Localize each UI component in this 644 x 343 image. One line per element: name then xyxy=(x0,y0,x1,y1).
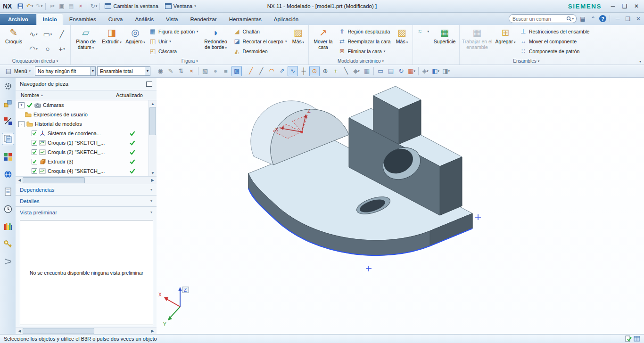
move-face-button[interactable]: ↗Mover la cara xyxy=(310,25,336,57)
add-component-button[interactable]: ⊞Agregar ▾ xyxy=(494,25,517,57)
ribbon-options-icon[interactable]: ▾ xyxy=(639,59,641,64)
unite-button[interactable]: ◫Unir▾ xyxy=(147,37,200,46)
chamfer-button[interactable]: ◢Chaflán xyxy=(231,27,289,36)
restore-button[interactable]: ❑ xyxy=(619,2,630,10)
shell-button[interactable]: ◰Cáscara xyxy=(147,47,200,56)
process-studio-icon[interactable] xyxy=(2,204,14,215)
graphics-viewport[interactable]: X Z Z X Y xyxy=(157,78,644,335)
snap-intersection-icon[interactable]: + xyxy=(331,66,340,76)
refresh-view-icon[interactable]: ↻ xyxy=(396,66,406,76)
undock-panel-icon[interactable] xyxy=(146,82,152,87)
sketch-button[interactable]: ✎Croquis xyxy=(1,25,26,57)
section-detalles[interactable]: Detalles ▾ xyxy=(16,196,157,207)
minimize-ribbon-icon[interactable]: ⌃ xyxy=(589,15,597,23)
datum-plane-button[interactable]: ▱Plano de datum ▾ xyxy=(72,25,99,57)
node-expresiones[interactable]: Expresiones de usuario xyxy=(16,110,149,119)
more-feature-button[interactable]: ▨Más ▾ xyxy=(289,25,307,57)
alert-ok-icon[interactable] xyxy=(625,335,632,342)
view-tools-icon[interactable]: ◨▾ xyxy=(441,66,451,76)
command-search-input[interactable] xyxy=(512,16,566,22)
web-browser-icon[interactable] xyxy=(2,169,14,180)
snap-midpoint-icon[interactable]: ╱ xyxy=(256,66,266,76)
model-canvas[interactable]: X Z Z X Y xyxy=(157,78,644,335)
undo-button[interactable]: ↶▾ xyxy=(25,2,34,10)
scroll-up-icon[interactable]: ▲ xyxy=(151,100,155,107)
pattern-feature-button[interactable]: ▦Figura de patrón▾ xyxy=(147,27,200,36)
doc-close-button[interactable]: ✕ xyxy=(634,15,643,23)
command-finder[interactable]: ▾ xyxy=(509,14,577,23)
snap-arc-icon[interactable]: ◠ xyxy=(267,66,276,76)
annotate-icon[interactable]: ✎ xyxy=(166,66,175,76)
tree-expander-icon[interactable]: + xyxy=(18,102,25,108)
switch-window-button[interactable]: Cambiar la ventana xyxy=(101,1,161,11)
point-icon[interactable]: +▾ xyxy=(55,41,69,56)
node-croquis-1[interactable]: Croquis (1) "SKETCH_... xyxy=(16,138,149,147)
extrude-button[interactable]: ◨Extrudir ▾ xyxy=(100,25,124,57)
scroll-down-icon[interactable]: ▼ xyxy=(151,170,155,176)
node-csys[interactable]: Sistema de coordena... xyxy=(16,129,149,138)
tab-herramientas[interactable]: Herramientas xyxy=(223,14,268,25)
tree-horizontal-scrollbar[interactable]: ◀ ▶ xyxy=(16,176,157,184)
doc-restore-button[interactable]: ❑ xyxy=(624,15,632,23)
help-icon[interactable]: ? xyxy=(599,15,606,22)
section-dependencias[interactable]: Dependencias ▾ xyxy=(16,184,157,196)
manufacturing-wizard-icon[interactable] xyxy=(2,221,14,232)
work-in-assembly-button[interactable]: ▦Trabajar en el ensamble xyxy=(461,25,493,57)
window-display-icon[interactable]: ▭ xyxy=(376,66,385,76)
suppress-checkbox[interactable] xyxy=(32,131,37,136)
suppress-checkbox[interactable] xyxy=(32,140,37,146)
surface-button[interactable]: ▦Superficie xyxy=(431,25,458,57)
spline-icon[interactable]: ∿▾ xyxy=(26,27,41,41)
delete-face-button[interactable]: ⊠Eliminar la cara▾ xyxy=(336,47,392,56)
pattern-component-button[interactable]: ∷Componente de patrón xyxy=(518,47,591,56)
roles-icon[interactable] xyxy=(2,238,14,250)
scroll-left-icon[interactable]: ◀ xyxy=(17,178,23,182)
cut-button[interactable]: ✂ xyxy=(48,2,57,10)
show-image-icon[interactable]: ▤ xyxy=(386,66,396,76)
snap-center-icon[interactable]: ⊙ xyxy=(309,66,320,76)
group-label-croquizacion-directa[interactable]: Croquización directa▾ xyxy=(1,57,69,65)
tab-archivo[interactable]: Archivo xyxy=(0,14,36,25)
snap-quadrant-icon[interactable]: ⊕ xyxy=(321,66,330,76)
tab-ensambles[interactable]: Ensambles xyxy=(63,14,102,25)
column-header-actualizado[interactable]: Actualizado xyxy=(116,92,157,98)
snap-pole-icon[interactable]: ⇗ xyxy=(277,66,287,76)
snap-point-icon[interactable]: ▩ xyxy=(231,66,242,76)
section-vista-preliminar[interactable]: Vista preliminar ▾ xyxy=(16,207,157,218)
render-style-icon[interactable]: ◆▾ xyxy=(352,66,361,76)
window-grid-icon[interactable] xyxy=(634,335,640,342)
window-menu-button[interactable]: Ventana ▾ xyxy=(162,1,199,11)
workpiece-icon[interactable]: ▦ xyxy=(362,66,372,76)
node-camaras[interactable]: +Cámaras xyxy=(16,100,149,110)
column-header-nombre[interactable]: Nombre xyxy=(21,92,39,98)
scroll-right-icon[interactable]: ▶ xyxy=(149,329,156,333)
scrollbar-thumb[interactable] xyxy=(23,328,94,334)
assembly-navigator-icon[interactable] xyxy=(2,98,14,109)
chevron-down-icon[interactable]: ▾ xyxy=(572,17,574,21)
tab-inicio[interactable]: Inicio xyxy=(37,14,63,25)
assembly-constraints-button[interactable]: ⊥Restricciones del ensamble xyxy=(518,27,591,36)
clear-selection-icon[interactable]: × xyxy=(187,66,196,76)
menu-button[interactable]: ▤ Menú ▾ xyxy=(2,66,33,76)
snap-grid-icon[interactable]: ┼ xyxy=(299,66,308,76)
line-icon[interactable]: ╱ xyxy=(55,27,69,41)
part-navigator-icon[interactable] xyxy=(2,133,14,145)
shaded-view-icon[interactable]: ◧▾ xyxy=(431,66,440,76)
vertical-scrollbar[interactable]: ▲ ▼ xyxy=(149,100,157,176)
system-scenes-icon[interactable] xyxy=(2,256,14,267)
clipboard-icon[interactable]: ▤ xyxy=(578,15,587,23)
scroll-left-icon[interactable]: ◀ xyxy=(17,329,23,333)
group-label-ensambles[interactable]: Ensambles▾ xyxy=(461,57,591,65)
scrollbar-thumb[interactable] xyxy=(149,107,156,135)
save-button[interactable] xyxy=(16,2,25,10)
touch-select-icon[interactable]: ◉ xyxy=(156,66,165,76)
node-croquis-2[interactable]: Croquis (2) "SKETCH_... xyxy=(16,147,149,157)
tab-renderizar[interactable]: Renderizar xyxy=(184,14,223,25)
group-label-figura[interactable]: Figura▾ xyxy=(72,57,307,65)
suppress-checkbox[interactable] xyxy=(32,149,37,155)
sphere-select-icon[interactable]: ● xyxy=(211,66,220,76)
history-icon[interactable] xyxy=(2,186,14,197)
tab-curva[interactable]: Curva xyxy=(102,14,129,25)
solid-select-icon[interactable]: ■ xyxy=(221,66,231,76)
node-extrudir-3[interactable]: Extrudir (3) xyxy=(16,157,149,166)
